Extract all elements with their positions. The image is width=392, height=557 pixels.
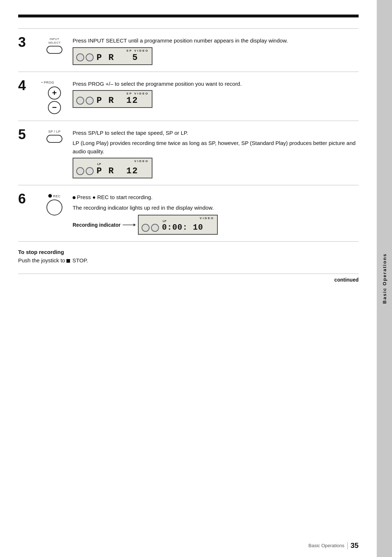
step-4-circle-1 <box>76 97 84 105</box>
input-select-button[interactable] <box>46 46 62 54</box>
step-6-lcd-circles <box>142 224 159 232</box>
step-3-lcd-circles <box>76 53 94 61</box>
step-5-icon-col: SP / LP <box>40 130 69 143</box>
step-5-display: VIDEO LP P R 12 <box>73 158 359 178</box>
step-3-display: SP VIDEO P R 5 <box>73 47 359 65</box>
step-5-text2: LP (Long Play) provides recording time t… <box>73 139 359 156</box>
stop-square-icon <box>66 259 70 263</box>
step-5-circle-1 <box>76 167 84 175</box>
step-3-number: 3 <box>18 35 36 49</box>
step-6-text2: The recording indicator lights up red in… <box>73 204 359 212</box>
prog-minus-button[interactable]: − <box>48 101 61 114</box>
step-3-sp-video-label: SP VIDEO <box>126 49 149 52</box>
recording-indicator-row: Recording indicator VIDEO LP <box>73 215 359 235</box>
step-3-lcd-labels: SP VIDEO <box>76 49 149 52</box>
rec-dot-icon <box>48 194 52 198</box>
prog-plus-button[interactable]: + <box>48 86 61 100</box>
step-3-lcd-body: P R 5 <box>76 53 149 62</box>
step-4-lcd-body: P R 12 <box>76 96 149 105</box>
step-4-lcd-text: P R 12 <box>97 96 138 105</box>
step-6-number: 6 <box>18 192 36 206</box>
step-3-row: 3 INPUTSELECT Press INPUT SELECT until a… <box>18 28 359 72</box>
step-6-circle-1 <box>142 224 150 232</box>
continued-text: continued <box>334 277 359 283</box>
step-5-content: Press SP/LP to select the tape speed, SP… <box>69 129 359 179</box>
page-footer: Basic Operations 35 <box>309 541 359 550</box>
step-4-text1: Press PROG +/– to select the programme p… <box>73 80 359 88</box>
stop-section: To stop recording Push the joystick to S… <box>18 241 359 267</box>
step-3-icon-col: INPUTSELECT <box>40 37 69 54</box>
svg-marker-1 <box>134 223 136 226</box>
step-4-lcd: SP VIDEO P R 12 <box>73 90 152 108</box>
step-4-circle-2 <box>86 97 94 105</box>
step-6-lp-label: LP <box>163 219 214 223</box>
step-5-row: 5 SP / LP Press SP/LP to select the tape… <box>18 121 359 185</box>
step-4-content: Press PROG +/– to select the programme p… <box>69 80 359 108</box>
footer-page-label: Basic Operations <box>309 543 344 548</box>
step-6-row: 6 REC Press ● REC to start recording. Th… <box>18 185 359 241</box>
step-6-icon-col: REC <box>40 194 69 215</box>
step-6-text1: Press ● REC to start recording. <box>73 193 359 202</box>
step-5-icon-label: SP / LP <box>48 130 61 133</box>
rec-button[interactable] <box>46 199 62 215</box>
main-content: 3 INPUTSELECT Press INPUT SELECT until a… <box>0 0 377 557</box>
step-5-lcd-text: P R 12 <box>97 166 138 176</box>
step-6-lcd: VIDEO LP 0:00: 10 <box>138 215 218 235</box>
stop-title: To stop recording <box>18 249 359 255</box>
step-4-icon-col: • PROG + − <box>40 81 69 114</box>
step-6-circle-2 <box>151 224 159 232</box>
step-5-lcd: VIDEO LP P R 12 <box>73 158 152 178</box>
step-5-lcd-circles <box>76 167 94 175</box>
step-6-lcd-text: 0:00: 10 <box>162 223 203 232</box>
step-5-number: 5 <box>18 128 36 141</box>
step-6-content: Press ● REC to start recording. The reco… <box>69 193 359 235</box>
rec-text-label: REC <box>53 194 61 198</box>
step-3-text1: Press INPUT SELECT until a programme pos… <box>73 37 359 45</box>
step-3-lcd-text: P R 5 <box>97 53 138 62</box>
sp-lp-button[interactable] <box>46 135 62 143</box>
indicator-arrow-icon <box>123 223 136 227</box>
page-number: 35 <box>351 541 359 550</box>
step-4-lcd-circles <box>76 97 94 105</box>
step-5-text1: Press SP/LP to select the tape speed, SP… <box>73 129 359 137</box>
sidebar: Basic Operations <box>377 0 392 557</box>
step-5-lp-label: LP <box>97 162 149 166</box>
recording-indicator-label: Recording indicator <box>73 222 121 228</box>
stop-text: Push the joystick to STOP. <box>18 257 359 263</box>
step-4-lcd-labels: SP VIDEO <box>76 92 149 95</box>
step-6-lcd-body: 0:00: 10 <box>142 223 214 232</box>
step-3-circle-1 <box>76 53 84 61</box>
footer-separator <box>347 542 348 549</box>
step-4-display: SP VIDEO P R 12 <box>73 90 359 108</box>
step-5-circle-2 <box>86 167 94 175</box>
step-5-lcd-body: P R 12 <box>76 166 149 176</box>
rec-label-row: REC <box>48 194 61 198</box>
sidebar-label: Basic Operations <box>382 253 387 304</box>
prog-buttons: + − <box>48 86 61 114</box>
rec-bullet-icon <box>73 196 75 199</box>
step-3-icon-label: INPUTSELECT <box>48 37 61 44</box>
step-4-row: 4 • PROG + − Press PROG +/– to select th… <box>18 72 359 121</box>
rec-icon-wrap: REC <box>46 194 62 215</box>
step-3-lcd: SP VIDEO P R 5 <box>73 47 152 65</box>
step-3-content: Press INPUT SELECT until a programme pos… <box>69 37 359 65</box>
top-bar <box>18 15 359 17</box>
continued-label: continued <box>18 274 359 283</box>
step-4-icon-label: • PROG <box>41 81 54 84</box>
step-4-sp-video-label: SP VIDEO <box>126 92 149 95</box>
step-3-circle-2 <box>86 53 94 61</box>
step-4-number: 4 <box>18 78 36 92</box>
